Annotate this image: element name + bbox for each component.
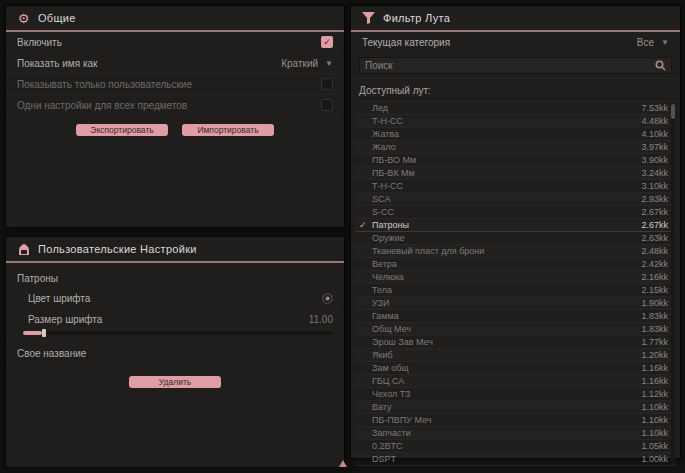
loot-value: 3.10kk xyxy=(641,181,668,191)
loot-row[interactable]: ✓ Оружие 2.63kk xyxy=(355,232,676,245)
loot-name: Тканевый пласт для брони xyxy=(372,246,484,256)
font-size-row: Размер шрифта 11.00 xyxy=(17,309,344,330)
loot-value: 1.77kk xyxy=(641,337,668,347)
loot-row[interactable]: ✓ Зам общ 1.16kk xyxy=(355,362,676,375)
general-buttons-row: ЭкспортироватьИмпортировать xyxy=(6,124,344,136)
export-button[interactable]: Экспортировать xyxy=(76,124,168,136)
loot-value: 1.90kk xyxy=(641,298,668,308)
loot-row[interactable]: ✓ УЗИ 1.90kk xyxy=(355,297,676,310)
loot-row[interactable]: ✓ Эрош Зав Меч 1.77kk xyxy=(355,336,676,349)
loot-value: 3.97kk xyxy=(641,142,668,152)
checkbox[interactable] xyxy=(321,78,333,90)
loot-row[interactable]: ✓ SCA 2.93kk xyxy=(355,193,676,206)
loot-name: SCA xyxy=(372,194,391,204)
loot-row[interactable]: ✓ ГБЦ СА 1.16kk xyxy=(355,375,676,388)
setting-row: Одни настройки для всех предметов xyxy=(6,95,344,116)
loot-row[interactable]: ✓ Т-Н-СС 4.48kk xyxy=(355,115,676,128)
loot-row[interactable]: ✓ DSPT 1.00kk xyxy=(355,453,676,466)
loot-row[interactable]: ✓ Челюка 2.16kk xyxy=(355,271,676,284)
loot-value: 1.83kk xyxy=(641,311,668,321)
search-icon[interactable] xyxy=(655,60,666,71)
import-button[interactable]: Импортировать xyxy=(182,124,274,136)
chevron-down-icon: ▼ xyxy=(661,38,669,47)
loot-row[interactable]: ✓ ПБ-ВО Мм 3.90kk xyxy=(355,154,676,167)
loot-name: ПБ-ВК Мм xyxy=(372,168,415,178)
loot-value: 3.90kk xyxy=(641,155,668,165)
category-row: Текущая категория Все ▼ xyxy=(351,32,680,53)
loot-row[interactable]: ✓ ПБ-ПВПУ Меч 1.10kk xyxy=(355,414,676,427)
loot-row[interactable]: ✓ Ветра 2.42kk xyxy=(355,258,676,271)
loot-row[interactable]: ✓ Вату 1.10kk xyxy=(355,401,676,414)
loot-value: 1.12kk xyxy=(641,389,668,399)
slider-handle[interactable] xyxy=(42,329,46,337)
chevron-down-icon: ▼ xyxy=(325,59,333,68)
loot-row[interactable]: ✓ Жатва 4.10kk xyxy=(355,128,676,141)
loot-name: Запчасти xyxy=(372,428,411,438)
loot-name: Тела xyxy=(372,285,392,295)
loot-name: ПБ-ВО Мм xyxy=(372,155,416,165)
loot-row[interactable]: ✓ Жало 3.97kk xyxy=(355,141,676,154)
loot-name: Общ Меч xyxy=(372,324,411,334)
loot-value: 2.16kk xyxy=(641,272,668,282)
search-input[interactable] xyxy=(359,57,672,74)
loot-name: ПБ-ПВПУ Меч xyxy=(372,415,432,425)
loot-row[interactable]: ✓ Общ Меч 1.83kk xyxy=(355,323,676,336)
font-size-slider[interactable] xyxy=(23,331,333,335)
font-color-label: Цвет шрифта xyxy=(28,293,90,304)
checkbox[interactable]: ✓ xyxy=(321,36,333,48)
loot-row[interactable]: ✓ Чехол Т3 1.12kk xyxy=(355,388,676,401)
setting-label: Показывать только пользовательские xyxy=(17,79,192,90)
loot-value: 1.10kk xyxy=(641,428,668,438)
scrollbar-thumb[interactable] xyxy=(671,104,675,119)
checkbox[interactable] xyxy=(321,99,333,111)
loot-row[interactable]: ✓ Лед 7.53kk xyxy=(355,102,676,115)
loot-name: Жатва xyxy=(372,129,399,139)
loot-row[interactable]: ✓ ПБ-ВК Мм 3.24kk xyxy=(355,167,676,180)
font-color-row: Цвет шрифта xyxy=(17,288,344,309)
loot-value: 1.10kk xyxy=(641,402,668,412)
font-size-value: 11.00 xyxy=(309,314,333,325)
loot-name: Гамма xyxy=(372,311,399,321)
setting-row: Показать имя как Краткий▼ xyxy=(6,53,344,74)
search-field[interactable] xyxy=(365,60,645,71)
custom-settings-panel: Пользовательские Настройки Патроны Цвет … xyxy=(5,236,345,468)
general-panel-header: ⚙ Общие xyxy=(6,6,344,32)
loot-row[interactable]: ✓ S-CC 2.67kk xyxy=(355,206,676,219)
filter-panel-header: Фильтр Лута xyxy=(351,6,680,32)
loot-list: ✓ Лед 7.53kk ✓ Т-Н-СС 4.48kk ✓ Жатва 4.1… xyxy=(355,101,676,466)
loot-value: 1.16kk xyxy=(641,363,668,373)
color-picker-icon[interactable] xyxy=(322,293,333,304)
loot-row[interactable]: ✓ Якиб 1.20kk xyxy=(355,349,676,362)
setting-label: Включить xyxy=(17,37,62,48)
loot-name: Чехол Т3 xyxy=(372,389,410,399)
loot-row[interactable]: ✓ Тканевый пласт для брони 2.48kk xyxy=(355,245,676,258)
category-dropdown[interactable]: Все ▼ xyxy=(637,37,669,48)
loot-list-scrollbar[interactable] xyxy=(671,103,675,465)
custom-panel-title: Пользовательские Настройки xyxy=(38,243,197,255)
loot-row[interactable]: ✓ Тела 2.15kk xyxy=(355,284,676,297)
loot-row[interactable]: ✓ Патроны 2.67kk xyxy=(355,219,676,232)
loot-value: 2.42kk xyxy=(641,259,668,269)
custom-name-row: Свое название xyxy=(6,342,344,366)
loot-filter-panel: Фильтр Лута Текущая категория Все ▼ Дост… xyxy=(350,5,681,459)
loot-name: ГБЦ СА xyxy=(372,376,404,386)
loot-value: 1.16kk xyxy=(641,376,668,386)
general-panel-title: Общие xyxy=(38,12,76,24)
loot-value: 1.83kk xyxy=(641,324,668,334)
filter-panel-title: Фильтр Лута xyxy=(383,12,450,24)
setting-label: Показать имя как xyxy=(17,58,97,69)
loot-name: DSPT xyxy=(372,454,396,464)
custom-name-input[interactable] xyxy=(153,348,333,359)
loot-value: 2.67kk xyxy=(641,220,668,230)
delete-button[interactable]: Удалить xyxy=(129,376,221,388)
loot-value: 2.48kk xyxy=(641,246,668,256)
loot-value: 4.10kk xyxy=(641,129,668,139)
loot-row[interactable]: ✓ 0.2BTC 1.05kk xyxy=(355,440,676,453)
loot-row[interactable]: ✓ Т-Н-СС 3.10kk xyxy=(355,180,676,193)
loot-value: 1.05kk xyxy=(641,441,668,451)
loot-row[interactable]: ✓ Гамма 1.83kk xyxy=(355,310,676,323)
custom-panel-header: Пользовательские Настройки xyxy=(6,237,344,263)
category-label: Текущая категория xyxy=(362,37,450,48)
loot-row[interactable]: ✓ Запчасти 1.10kk xyxy=(355,427,676,440)
dropdown[interactable]: Краткий▼ xyxy=(281,58,333,69)
